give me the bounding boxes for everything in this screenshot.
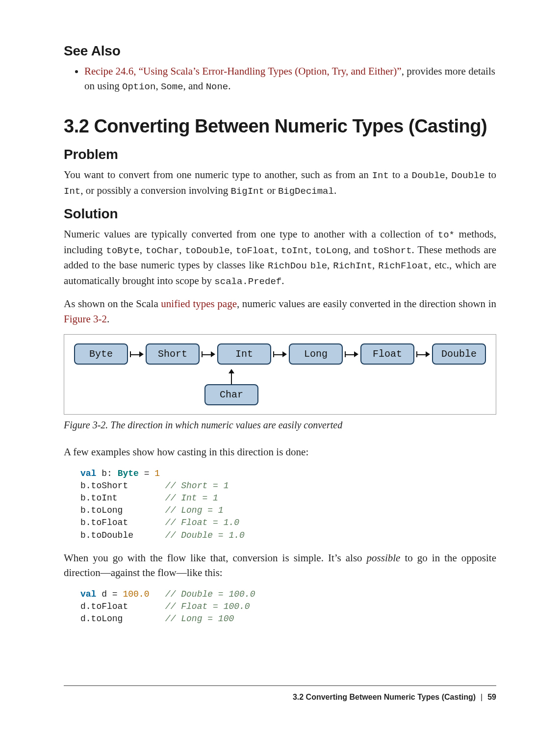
problem-paragraph: You want to convert from one numeric typ… (64, 167, 496, 198)
page-number: 59 (487, 693, 496, 702)
solution-paragraph-2: As shown on the Scala unified types page… (64, 296, 496, 326)
code-int-2: Int (64, 186, 80, 197)
casting-intro: A few examples show how casting in this … (64, 445, 496, 459)
arrow-icon (202, 349, 215, 359)
code-block-1: val b: Byte = 1 b.toShort // Short = 1 b… (80, 468, 496, 542)
see-also-item: Recipe 24.6, “Using Scala’s Error-Handli… (84, 64, 496, 94)
see-also-heading: See Also (64, 43, 496, 59)
solution-heading: Solution (64, 206, 496, 222)
problem-heading: Problem (64, 147, 496, 162)
code-option: Option (122, 81, 155, 92)
type-byte: Byte (74, 343, 128, 365)
arrow-icon (345, 349, 358, 359)
arrow-icon (416, 349, 430, 359)
figure-caption: Figure 3-2. The direction in which numer… (64, 420, 496, 431)
solution-paragraph-1: Numeric values are typically converted f… (64, 227, 496, 289)
figure-3-2-link[interactable]: Figure 3-2 (64, 313, 107, 325)
code-bigdecimal: BigDecimal (278, 186, 334, 197)
code-block-2: val d = 100.0 // Double = 100.0 d.toFloa… (80, 588, 496, 626)
page-footer: 3.2 Converting Between Numeric Types (Ca… (64, 685, 496, 702)
see-also-list: Recipe 24.6, “Using Scala’s Error-Handli… (64, 64, 496, 94)
type-short: Short (146, 343, 200, 365)
footer-title: 3.2 Converting Between Numeric Types (Ca… (293, 693, 476, 702)
code-double: Double (412, 170, 445, 181)
footer-separator: | (481, 693, 483, 702)
arrow-icon (273, 349, 287, 359)
code-bigint: BigInt (230, 186, 264, 197)
possible-emphasis: possible (367, 552, 401, 564)
flow-paragraph: When you go with the flow like that, con… (64, 551, 496, 580)
arrow-up-icon (231, 369, 232, 384)
type-double: Double (432, 343, 486, 365)
code-int: Int (372, 170, 389, 181)
section-title: 3.2 Converting Between Numeric Types (Ca… (64, 116, 496, 137)
type-float: Float (360, 343, 414, 365)
type-long: Long (289, 343, 343, 365)
type-int: Int (217, 343, 271, 365)
code-double-2: Double (451, 170, 484, 181)
unified-types-link[interactable]: unified types page (161, 298, 237, 310)
diagram-row-1: Byte Short Int Long Float Double (74, 343, 486, 365)
type-char: Char (204, 384, 258, 405)
page: See Also Recipe 24.6, “Using Scala’s Err… (0, 0, 560, 736)
figure-3-2-diagram: Byte Short Int Long Float Double Char (64, 334, 496, 415)
see-also-link[interactable]: Recipe 24.6, “Using Scala’s Error-Handli… (84, 65, 402, 77)
code-none: None (206, 81, 229, 92)
code-some: Some (161, 81, 183, 92)
char-column: Char (205, 369, 257, 405)
diagram-row-2: Char (74, 369, 486, 405)
arrow-icon (130, 349, 144, 359)
